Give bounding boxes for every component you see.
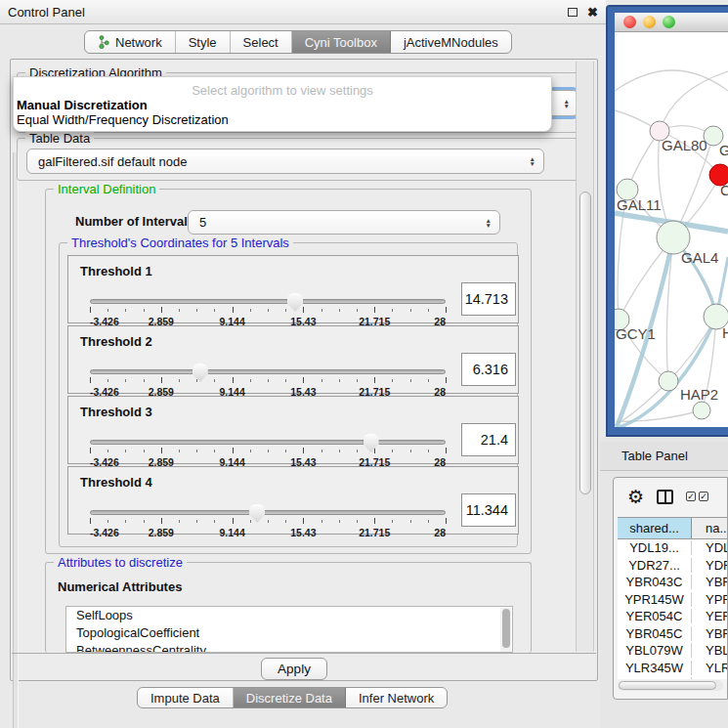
panel-scrollbar[interactable] xyxy=(576,62,594,652)
stepper-icon: ▲▼ xyxy=(486,211,492,234)
bottom-tabbar: Impute DataDiscretize DataInfer Network xyxy=(137,687,448,708)
table-row[interactable]: YBR045CYBR0 xyxy=(618,625,727,643)
column-header-shared-name[interactable]: shared... xyxy=(618,518,692,538)
minimize-traffic-light-icon[interactable] xyxy=(643,16,656,28)
slider-ticks xyxy=(90,448,446,455)
tab-label: Discretize Data xyxy=(246,691,332,706)
splitter-groove[interactable] xyxy=(13,152,19,728)
scale-label: 21.715 xyxy=(359,527,390,538)
apply-button[interactable]: Apply xyxy=(261,658,327,680)
cell-name[interactable]: YER0 xyxy=(692,609,727,623)
network-window: GAL80GACGAL11GAL4GCY1HHAP2 xyxy=(606,5,728,437)
network-node[interactable] xyxy=(693,402,710,419)
node-label: GAL11 xyxy=(617,196,662,213)
threshold-slider[interactable]: -3.4262.8599.14415.4321.71528 xyxy=(90,293,446,322)
column-header-name[interactable]: na... xyxy=(692,518,727,538)
number-of-intervals-label: Number of Intervals xyxy=(75,214,194,229)
table-row[interactable]: YPR145WYPR1 xyxy=(618,591,727,609)
number-of-intervals-combo[interactable]: 5 ▲▼ xyxy=(188,210,500,235)
attributes-group: Attributes to discretize Numerical Attri… xyxy=(45,562,532,653)
threshold-value-field[interactable]: 14.713 xyxy=(461,282,516,316)
close-icon[interactable]: ✖ xyxy=(587,6,598,19)
slider-track[interactable] xyxy=(90,299,446,304)
cell-shared-name[interactable]: YBR043C xyxy=(618,575,692,589)
cell-shared-name[interactable]: YLR345W xyxy=(618,661,692,675)
table-rows[interactable]: YDL19...YDL1YDR27...YDR2YBR043CYBR0YPR14… xyxy=(618,539,727,679)
table-row[interactable]: YBR043CYBR0 xyxy=(618,574,727,591)
tab-label: Style xyxy=(189,35,217,50)
interval-definition-label: Interval Definition xyxy=(54,182,159,196)
slider-track[interactable] xyxy=(90,369,446,374)
cell-name[interactable]: YPR1 xyxy=(692,592,727,607)
tab-select[interactable]: Select xyxy=(231,31,292,53)
cell-shared-name[interactable]: YDR27... xyxy=(618,558,692,573)
tab-network[interactable]: Network xyxy=(85,31,176,53)
bottom-tab-impute-data[interactable]: Impute Data xyxy=(138,688,234,707)
numerical-attributes-list[interactable]: SelfLoopsTopologicalCoefficientBetweenne… xyxy=(65,606,513,653)
float-icon[interactable] xyxy=(568,8,578,17)
tab-jactivemnodules[interactable]: jActiveMNodules xyxy=(391,31,511,53)
scale-label: 2.859 xyxy=(149,527,174,538)
attribute-item[interactable]: BetweennessCentrality xyxy=(66,642,512,653)
table-row[interactable]: YER054CYER0 xyxy=(618,608,727,625)
threshold-value-field[interactable]: 21.4 xyxy=(461,423,516,456)
tab-label: Cyni Toolbox xyxy=(305,35,377,50)
node-label: GAL4 xyxy=(681,249,718,266)
table-row[interactable]: YDL19...YDL1 xyxy=(618,539,727,557)
zoom-traffic-light-icon[interactable] xyxy=(663,16,675,28)
popup-option-equal-width[interactable]: Equal Width/Frequency Discretization xyxy=(17,112,229,127)
threshold-label: Threshold 2 xyxy=(80,334,152,349)
table-row[interactable]: YDR27...YDR2 xyxy=(618,557,727,575)
tab-style[interactable]: Style xyxy=(176,31,231,53)
cell-name[interactable]: YIL0 xyxy=(692,677,727,679)
tab-cyni-toolbox[interactable]: Cyni Toolbox xyxy=(292,31,391,53)
table-row[interactable]: YLR345WYLR3 xyxy=(618,660,727,677)
cell-shared-name[interactable]: YBR045C xyxy=(618,626,692,641)
threshold-label: Threshold 3 xyxy=(80,405,152,419)
table-data-combo[interactable]: galFiltered.sif default node ▲▼ xyxy=(26,149,544,174)
threshold-slider[interactable]: -3.4262.8599.14415.4321.71528 xyxy=(90,434,446,463)
network-node-hap2[interactable] xyxy=(659,371,678,391)
slider-track[interactable] xyxy=(90,440,446,445)
gear-icon[interactable]: ⚙ xyxy=(627,488,644,506)
table-data-combo-value: galFiltered.sif default node xyxy=(38,154,187,169)
cell-shared-name[interactable]: YDL19... xyxy=(618,540,692,555)
slider-track[interactable] xyxy=(90,510,446,515)
cell-name[interactable]: YBR0 xyxy=(692,626,727,641)
cell-name[interactable]: YBR0 xyxy=(692,575,727,589)
scrollbar-thumb[interactable] xyxy=(579,192,591,494)
threshold-row: Threshold 2 -3.4262.8599.14415.4321.7152… xyxy=(67,325,519,394)
table-panel-title: Table Panel xyxy=(621,449,688,463)
scale-label: 9.144 xyxy=(219,527,244,538)
checkbox-icon[interactable]: ✓ xyxy=(699,492,708,501)
node-label: HAP2 xyxy=(680,386,718,403)
cell-shared-name[interactable]: YPR145W xyxy=(618,592,692,607)
table-panel-window: ⚙ ✓ ✓ shared... na... YDL19...YDL1YDR27.… xyxy=(613,477,728,700)
cell-shared-name[interactable]: YIL052C xyxy=(618,677,692,679)
threshold-value-field[interactable]: 6.316 xyxy=(461,353,516,386)
attribute-item[interactable]: TopologicalCoefficient xyxy=(66,624,512,642)
bottom-tab-discretize-data[interactable]: Discretize Data xyxy=(234,688,346,707)
network-canvas[interactable]: GAL80GACGAL11GAL4GCY1HHAP2 xyxy=(615,32,728,427)
table-row[interactable]: YBL079WYBL0 xyxy=(618,642,727,660)
cell-name[interactable]: YDL1 xyxy=(692,540,727,555)
checkbox-icon[interactable]: ✓ xyxy=(686,492,696,501)
close-traffic-light-icon[interactable] xyxy=(623,16,636,28)
interval-definition-group: Interval Definition Number of Intervals … xyxy=(45,189,532,554)
attribute-item[interactable]: SelfLoops xyxy=(66,607,512,624)
cell-name[interactable]: YLR3 xyxy=(692,661,727,675)
thresholds-group-label: Threshold's Coordinates for 5 Intervals xyxy=(67,236,293,250)
list-scrollbar[interactable] xyxy=(500,608,511,653)
cell-shared-name[interactable]: YBL079W xyxy=(618,643,692,658)
table-row[interactable]: YIL052CYIL0 xyxy=(618,676,727,679)
threshold-slider[interactable]: -3.4262.8599.14415.4321.71528 xyxy=(90,364,446,393)
bottom-tab-infer-network[interactable]: Infer Network xyxy=(346,688,447,707)
popup-option-manual-discretization[interactable]: Manual Discretization xyxy=(17,98,148,112)
threshold-slider[interactable]: -3.4262.8599.14415.4321.71528 xyxy=(90,504,446,534)
cell-shared-name[interactable]: YER054C xyxy=(618,609,692,623)
table-hscrollbar[interactable] xyxy=(618,680,723,691)
columns-icon[interactable] xyxy=(657,490,673,504)
threshold-value-field[interactable]: 11.344 xyxy=(461,493,516,527)
cell-name[interactable]: YDR2 xyxy=(692,558,727,573)
cell-name[interactable]: YBL0 xyxy=(692,643,727,658)
